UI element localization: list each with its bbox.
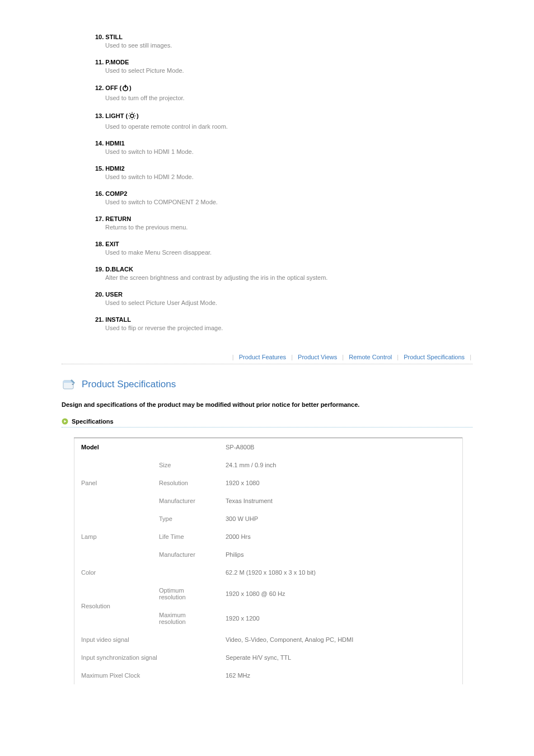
remote-list: 10. STILL Used to see still images. 11. … (62, 34, 472, 331)
remote-item-desc: Returns to the previous menu. (95, 224, 472, 231)
nav-sep: | (342, 354, 344, 360)
cell-lamp-label: Lamp (74, 510, 153, 564)
remote-item: 20. USER Used to select Picture User Adj… (95, 291, 472, 306)
nav-link-features[interactable]: Product Features (239, 354, 286, 360)
remote-item-desc: Used to turn off the projector. (95, 95, 472, 101)
cell-model-value: SP-A800B (219, 438, 463, 457)
item-title: HDMI2 (105, 165, 124, 172)
svg-point-6 (135, 115, 136, 116)
nav-link-views[interactable]: Product Views (298, 354, 337, 360)
table-row: Input synchronization signal Seperate H/… (74, 649, 463, 666)
item-num: 21. (95, 316, 104, 323)
item-title: D.BLACK (105, 266, 133, 273)
section-title: Product Specifications (82, 379, 176, 390)
remote-item: 10. STILL Used to see still images. (95, 34, 472, 49)
remote-item-desc: Used to switch to COMPONENT 2 Mode. (95, 199, 472, 205)
cell-lamp-mfr-label: Manufacturer (152, 546, 219, 564)
nav-sep: | (291, 354, 293, 360)
item-num: 14. (95, 140, 104, 147)
cell-panel-size-label: Size (152, 456, 219, 474)
nav-sep: | (232, 354, 234, 360)
remote-item-title: 21. INSTALL (95, 316, 472, 323)
item-num: 18. (95, 241, 104, 247)
remote-item: 21. INSTALL Used to flip or reverse the … (95, 316, 472, 331)
remote-item-title: 19. D.BLACK (95, 266, 472, 273)
cell-lamp-life-value: 2000 Hrs (219, 528, 463, 546)
light-icon (128, 111, 137, 121)
remote-item-title: 16. COMP2 (95, 190, 472, 197)
remote-item-desc: Used to operate remote control in dark r… (95, 123, 472, 130)
remote-item-title: 18. EXIT (95, 241, 472, 247)
remote-item-title: 13. LIGHT () (95, 111, 472, 121)
item-title: INSTALL (105, 316, 131, 323)
remote-item-title: 14. HDMI1 (95, 140, 472, 147)
svg-point-10 (134, 118, 135, 119)
cell-lamp-mfr-value: Philips (219, 546, 463, 564)
cell-mpc-value: 162 MHz (219, 666, 463, 684)
svg-point-4 (132, 119, 133, 120)
cell-res-label: Resolution (74, 581, 153, 631)
item-title: RETURN (105, 215, 131, 222)
cell-res-opt-value: 1920 x 1080 @ 60 Hz (219, 581, 463, 606)
remote-item-desc: Used to select Picture User Adjust Mode. (95, 299, 472, 306)
remote-item: 14. HDMI1 Used to switch to HDMI 1 Mode. (95, 140, 472, 155)
item-title: STILL (105, 34, 123, 40)
cell-model-label: Model (74, 438, 219, 457)
remote-item: 13. LIGHT () Used to operate remote cont… (95, 111, 472, 130)
table-row: Model SP-A800B (74, 438, 463, 457)
design-note: Design and specifications of the product… (62, 401, 472, 408)
item-num: 13. (95, 112, 104, 119)
remote-item: 15. HDMI2 Used to switch to HDMI 2 Mode. (95, 165, 472, 180)
remote-item: 17. RETURN Returns to the previous menu. (95, 215, 472, 231)
item-title: P.MODE (105, 59, 129, 65)
remote-item-title: 20. USER (95, 291, 472, 298)
item-num: 15. (95, 165, 104, 172)
item-num: 17. (95, 215, 104, 222)
nav-link-remote[interactable]: Remote Control (349, 354, 392, 360)
remote-item-title: 12. OFF () (95, 84, 472, 93)
table-row: Panel Size 24.1 mm / 0.9 inch (74, 456, 463, 474)
svg-point-7 (129, 113, 130, 114)
cell-color-label: Color (74, 564, 219, 581)
remote-item-desc: Used to make Menu Screen disappear. (95, 249, 472, 256)
remote-item-desc: Alter the screen brightness and contrast… (95, 274, 472, 281)
cell-panel-label: Panel (74, 456, 153, 510)
svg-point-3 (132, 112, 133, 113)
nav-links: | Product Features | Product Views | Rem… (62, 354, 472, 360)
remote-item-title: 10. STILL (95, 34, 472, 40)
spec-table: Model SP-A800B Panel Size 24.1 mm / 0.9 … (74, 438, 463, 684)
section-header: Product Specifications (62, 378, 472, 391)
remote-item-title: 15. HDMI2 (95, 165, 472, 172)
cell-lamp-life-label: Life Time (152, 528, 219, 546)
divider (62, 427, 472, 428)
remote-item: 18. EXIT Used to make Menu Screen disapp… (95, 241, 472, 256)
cell-res-max-value: 1920 x 1200 (219, 606, 463, 631)
cell-iss-value: Seperate H/V sync, TTL (219, 649, 463, 666)
item-title-close: ) (129, 84, 132, 91)
table-row: Color 62.2 M (1920 x 1080 x 3 x 10 bit) (74, 564, 463, 581)
item-num: 10. (95, 34, 104, 40)
cell-ivs-value: Video, S-Video, Component, Analog PC, HD… (219, 631, 463, 649)
table-row: Input video signal Video, S-Video, Compo… (74, 631, 463, 649)
cell-ivs-label: Input video signal (74, 631, 219, 649)
item-title: LIGHT ( (105, 112, 128, 119)
svg-point-9 (129, 118, 130, 119)
table-row: Lamp Type 300 W UHP (74, 510, 463, 528)
item-title-close: ) (137, 112, 139, 119)
item-title: EXIT (105, 241, 119, 247)
item-title: OFF ( (105, 84, 121, 91)
item-title: COMP2 (105, 190, 127, 197)
page-body: 10. STILL Used to see still images. 11. … (0, 0, 534, 707)
item-title: HDMI1 (105, 140, 124, 147)
remote-item: 16. COMP2 Used to switch to COMPONENT 2 … (95, 190, 472, 205)
remote-item: 11. P.MODE Used to select Picture Mode. (95, 59, 472, 74)
remote-item-desc: Used to select Picture Mode. (95, 67, 472, 74)
divider (62, 364, 472, 364)
nav-link-specs[interactable]: Product Specifications (404, 354, 465, 360)
remote-item-title: 17. RETURN (95, 215, 472, 222)
item-num: 19. (95, 266, 104, 273)
cell-res-max-label: Maximum resolution (152, 606, 219, 631)
notepad-icon (62, 378, 77, 391)
item-num: 20. (95, 291, 104, 298)
remote-item-desc: Used to see still images. (95, 42, 472, 49)
